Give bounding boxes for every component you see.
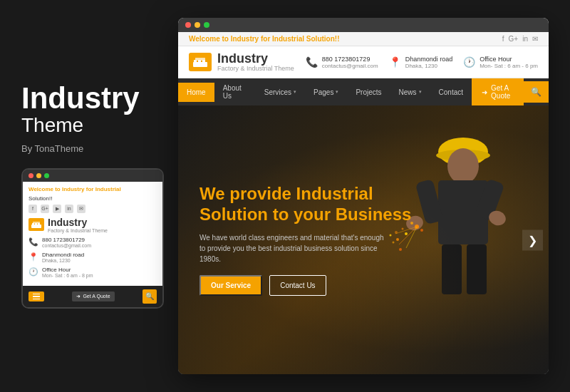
mobile-linkedin-icon: in <box>65 205 73 213</box>
google-plus-icon[interactable]: G+ <box>509 35 519 43</box>
mobile-bottom-bar: ➜ Get A Quote 🔍 <box>23 286 162 307</box>
site-topbar: Welcome to Industry for Industrial Solut… <box>178 32 549 46</box>
linkedin-icon[interactable]: in <box>522 35 528 43</box>
news-arrow-icon: ▾ <box>419 89 422 95</box>
svg-rect-5 <box>193 62 207 67</box>
nav-contact[interactable]: Contact <box>430 83 472 102</box>
site-header: Industry Factory & Industrial Theme 📞 88… <box>178 46 549 78</box>
mobile-location-icon: 📍 <box>28 252 38 262</box>
mobile-logo: Industry Factory & Industrial Theme <box>28 217 157 233</box>
nav-search-button[interactable]: 🔍 <box>524 81 549 103</box>
browser-mockup: Welcome to Industry for Industrial Solut… <box>178 18 549 374</box>
mobile-hours-row: 🕐 Office Hour Mon- Sat : 6 am - 8 pm <box>28 267 157 278</box>
hero-content: We provide Industrial Solution to your B… <box>200 184 411 296</box>
theme-name: Industry <box>21 83 171 113</box>
nav-right: ➜ Get A Quote 🔍 <box>472 78 549 105</box>
svg-rect-9 <box>195 58 205 61</box>
browser-dot-red <box>185 22 191 28</box>
left-panel: Industry Theme By TonaTheme Welcome to I… <box>21 83 171 309</box>
nav-about[interactable]: About Us <box>214 78 256 105</box>
hero-service-button[interactable]: Our Service <box>200 275 262 296</box>
browser-dot-yellow <box>195 22 200 28</box>
site-logo: Industry Factory & Industrial Theme <box>189 52 294 72</box>
nav-projects[interactable]: Projects <box>347 83 390 102</box>
site-welcome-text: Welcome to Industry for Industrial Solut… <box>189 35 340 43</box>
mobile-menu-button[interactable] <box>28 292 44 302</box>
hero-subtext: We have world class engineers and materi… <box>200 232 385 264</box>
svg-point-22 <box>420 229 423 232</box>
mobile-mail-icon: ✉ <box>77 205 86 213</box>
pages-arrow-icon: ▾ <box>336 89 338 95</box>
site-address-text: Dhanmondi road Dhaka, 1230 <box>405 56 453 69</box>
menu-line-1 <box>33 294 40 295</box>
hero-heading: We provide Industrial Solution to your B… <box>200 184 411 225</box>
mobile-phone-row: 📞 880 1723801729 contactus@gmail.com <box>28 237 157 248</box>
mobile-quote-button[interactable]: ➜ Get A Quote <box>72 292 114 301</box>
mobile-social-bar: f G+ ▶ in ✉ <box>28 205 157 213</box>
menu-line-3 <box>33 299 40 300</box>
site-hero: We provide Industrial Solution to your B… <box>178 105 549 374</box>
mobile-brand: Industry Factory & Industrial Theme <box>48 217 108 233</box>
browser-chrome <box>178 18 549 32</box>
theme-title-block: Industry Theme By TonaTheme <box>21 83 171 154</box>
mobile-dot-yellow <box>36 173 41 178</box>
hero-next-arrow[interactable]: ❯ <box>522 229 543 250</box>
site-hours-text: Office Hour Mon- Sat : 6 am - 6 pm <box>480 56 538 69</box>
theme-subtitle: Theme <box>21 113 171 138</box>
mobile-address-info: Dhanmondi road Dhaka, 1230 <box>42 252 84 263</box>
mobile-chrome <box>23 170 162 182</box>
hero-buttons: Our Service Contact Us <box>200 275 411 296</box>
mobile-logo-icon <box>28 218 44 231</box>
services-arrow-icon: ▾ <box>294 89 296 95</box>
svg-point-12 <box>447 148 479 184</box>
mobile-clock-icon: 🕐 <box>28 267 38 277</box>
mobile-dot-red <box>28 173 33 178</box>
nav-home[interactable]: Home <box>178 83 214 102</box>
menu-line-2 <box>33 296 40 297</box>
mobile-content: Welcome to Industry for Industrial Solut… <box>23 182 162 286</box>
facebook-icon[interactable]: f <box>502 35 504 43</box>
site-phone-text: 880 1723801729 contactus@gmail.com <box>322 56 378 69</box>
site-logo-text: Industry Factory & Industrial Theme <box>217 52 294 72</box>
site-wrapper: Welcome to Industry for Industrial Solut… <box>178 32 549 374</box>
arrow-icon: ➜ <box>482 88 487 96</box>
mobile-dot-green <box>44 173 49 178</box>
mobile-solution-text: Solution!! <box>28 195 157 202</box>
nav-news[interactable]: News ▾ <box>390 83 430 102</box>
mail-icon[interactable]: ✉ <box>532 35 538 43</box>
site-phone-info: 📞 880 1723801729 contactus@gmail.com <box>306 56 378 69</box>
site-hours-info: 🕐 Office Hour Mon- Sat : 6 am - 6 pm <box>463 56 538 69</box>
hero-contact-button[interactable]: Contact Us <box>269 275 326 296</box>
svg-rect-18 <box>442 244 462 294</box>
browser-dot-green <box>204 22 209 28</box>
svg-rect-19 <box>467 244 487 294</box>
site-address-info: 📍 Dhanmondi road Dhaka, 1230 <box>389 56 453 69</box>
clock-icon: 🕐 <box>463 56 475 68</box>
mobile-mockup: Welcome to Industry for Industrial Solut… <box>21 168 164 309</box>
search-icon: 🔍 <box>145 292 154 300</box>
site-social-icons: f G+ in ✉ <box>502 35 538 43</box>
location-icon: 📍 <box>389 56 401 68</box>
mobile-phone-icon: 📞 <box>28 237 38 247</box>
theme-author: By TonaTheme <box>21 143 171 154</box>
nav-quote-button[interactable]: ➜ Get A Quote <box>472 78 524 105</box>
mobile-search-button[interactable]: 🔍 <box>142 289 157 304</box>
svg-rect-4 <box>33 222 40 224</box>
nav-services[interactable]: Services ▾ <box>256 83 305 102</box>
mobile-facebook-icon: f <box>28 205 37 213</box>
mobile-hours-info: Office Hour Mon- Sat : 6 am - 8 pm <box>42 267 93 278</box>
mobile-welcome-text: Welcome to Industry for Industrial <box>28 186 157 192</box>
site-header-info: 📞 880 1723801729 contactus@gmail.com 📍 D… <box>306 56 538 69</box>
site-navigation: Home About Us Services ▾ Pages ▾ Project… <box>178 78 549 105</box>
nav-pages[interactable]: Pages ▾ <box>305 83 347 102</box>
site-logo-icon <box>189 53 212 71</box>
arrow-right-icon: ➜ <box>76 294 81 299</box>
mobile-google-icon: G+ <box>41 205 49 213</box>
search-icon: 🔍 <box>531 87 542 97</box>
phone-icon: 📞 <box>306 56 318 68</box>
mobile-phone-info: 880 1723801729 contactus@gmail.com <box>42 237 91 248</box>
mobile-address-row: 📍 Dhanmondi road Dhaka, 1230 <box>28 252 157 263</box>
mobile-youtube-icon: ▶ <box>53 205 61 213</box>
